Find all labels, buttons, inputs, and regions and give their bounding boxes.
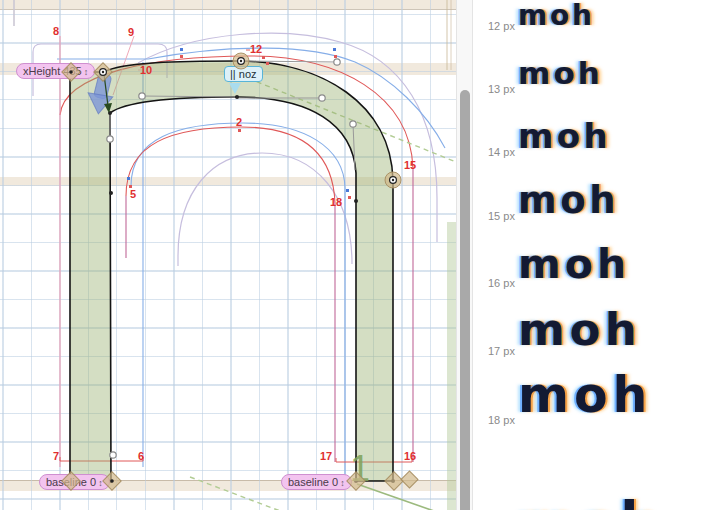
preview-sample-text: moh [518, 307, 641, 352]
preview-sample-text: moh [518, 2, 595, 30]
preview-sample-text: moh [518, 495, 663, 510]
canvas-scrollbar[interactable] [456, 0, 473, 510]
preview-sample-text: moh [518, 371, 652, 420]
selected-nodes[interactable] [69, 58, 396, 483]
preview-sample-text: moh [518, 58, 603, 89]
preview-sample-text: moh [518, 182, 619, 219]
glyph-edit-canvas[interactable]: 8 9 10 12 2 5 18 15 7 6 17 16 xHeight 43… [0, 0, 456, 510]
preview-sample-text: moh [518, 119, 611, 153]
metric-diamonds[interactable] [62, 53, 418, 490]
metric-marker-layer [0, 0, 456, 510]
preview-sample-text: moh [518, 244, 630, 285]
font-editor-window: 8 9 10 12 2 5 18 15 7 6 17 16 xHeight 43… [0, 0, 719, 510]
size-preview-panel: 12 px moh 13 px moh 14 px moh 15 px moh … [473, 0, 719, 510]
scrollbar-thumb[interactable] [460, 90, 470, 510]
